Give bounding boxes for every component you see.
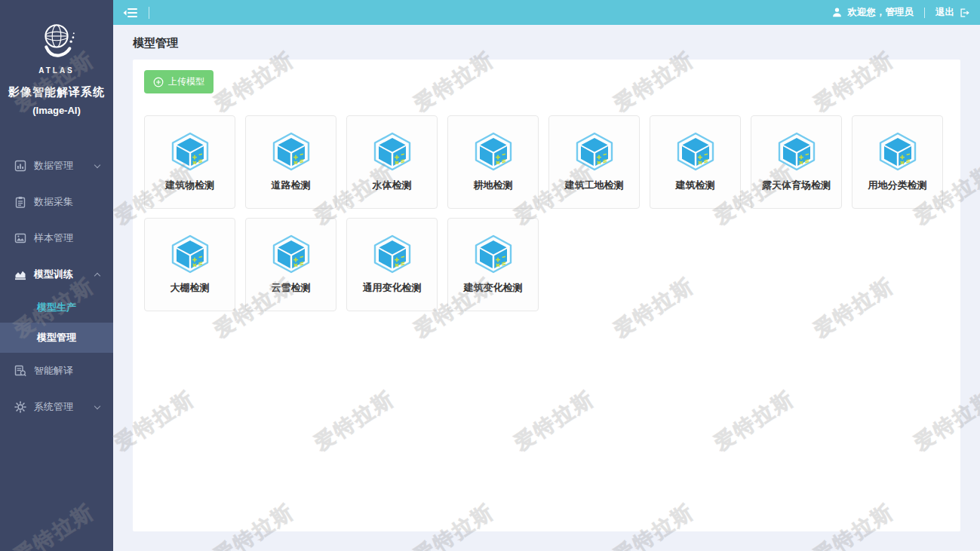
collapse-sidebar-button[interactable] [121,5,140,20]
model-card[interactable]: 建筑物检测 [144,115,235,209]
model-card[interactable]: 建筑检测 [650,115,741,209]
model-cube-icon [171,234,210,274]
chevron-down-icon [94,403,100,409]
model-card-label: 耕地检测 [474,179,513,192]
welcome-text: 欢迎您，管理员 [848,6,914,19]
bar-chart-icon [14,160,26,172]
logout-icon [959,8,969,18]
model-card[interactable]: 水体检测 [346,115,438,209]
plus-circle-icon [153,77,164,87]
model-management-panel: 上传模型 [133,60,960,531]
clipboard-icon [14,196,26,208]
page-title: 模型管理 [113,25,980,60]
model-cube-icon [474,234,513,274]
model-card[interactable]: 道路检测 [245,115,336,209]
model-card[interactable]: 耕地检测 [447,115,539,209]
model-cube-icon [777,132,816,171]
model-cube-icon [878,132,917,171]
app-subtitle: (Image-AI) [0,105,113,116]
submenu-item-label: 模型生产 [37,302,76,313]
app-logo-block: ATLAS 影像智能解译系统 (Image-AI) [0,0,113,116]
model-card[interactable]: 大棚检测 [144,218,235,311]
doc-search-icon [14,365,26,377]
main-content: 模型管理 上传模型 [113,25,980,551]
sidebar-item-label: 数据采集 [34,195,73,209]
model-card-label: 道路检测 [272,179,311,192]
logout-label: 退出 [935,6,954,19]
sidebar-item-label: 智能解译 [34,364,73,378]
user-area: 欢迎您，管理员 退出 [831,6,980,19]
sidebar-subitem-model-production[interactable]: 模型生产 [0,292,113,323]
upload-model-label: 上传模型 [168,75,204,88]
model-card-label: 建筑检测 [676,179,715,192]
model-card-label: 用地分类检测 [868,179,927,192]
collapse-sidebar-icon [122,7,138,19]
model-card-label: 云雪检测 [272,281,311,295]
model-card-label: 露天体育场检测 [762,179,831,192]
model-card[interactable]: 云雪检测 [245,218,336,311]
model-cube-icon [373,132,412,171]
sidebar-menu: 数据管理 数据采集 [0,148,113,425]
area-chart-icon [14,268,26,280]
chevron-down-icon [94,161,100,167]
model-card-label: 水体检测 [373,179,412,192]
model-cube-icon [272,132,311,171]
gear-icon [14,401,26,413]
atlas-globe-logo-icon [32,20,81,66]
app-title: 影像智能解译系统 [0,85,113,99]
sidebar: ATLAS 影像智能解译系统 (Image-AI) 数据管理 [0,0,113,551]
upload-model-button[interactable]: 上传模型 [144,70,214,93]
model-cube-icon [575,132,614,171]
model-cube-icon [171,132,210,171]
user-icon [831,7,843,18]
model-cube-icon [373,234,412,274]
sidebar-item-label: 样本管理 [34,231,73,245]
logout-button[interactable]: 退出 [935,6,969,19]
sidebar-item-label: 数据管理 [34,159,73,173]
picture-icon [14,232,26,244]
model-card-label: 建筑变化检测 [464,281,523,295]
sidebar-subitem-model-management[interactable]: 模型管理 [0,323,113,353]
sidebar-item-data-collection[interactable]: 数据采集 [0,184,113,220]
sidebar-item-sample-management[interactable]: 样本管理 [0,220,113,256]
model-card-label: 建筑工地检测 [565,179,624,192]
header-divider [149,7,149,19]
model-cube-icon [474,132,513,171]
sidebar-item-intelligent-interpretation[interactable]: 智能解译 [0,353,113,389]
sidebar-item-data-management[interactable]: 数据管理 [0,148,113,184]
model-card-grid: 建筑物检测 [144,115,949,311]
logo-wordmark: ATLAS [0,66,113,75]
model-card[interactable]: 建筑变化检测 [447,218,539,311]
model-card[interactable]: 用地分类检测 [852,115,943,209]
model-training-submenu: 模型生产 模型管理 [0,292,113,353]
model-cube-icon [272,234,311,274]
sidebar-item-label: 系统管理 [34,400,73,414]
model-card-label: 大棚检测 [171,281,210,295]
top-header-bar: 欢迎您，管理员 退出 [113,0,980,25]
sidebar-item-model-training[interactable]: 模型训练 [0,256,113,292]
submenu-item-label: 模型管理 [37,332,76,343]
app-window: ATLAS 影像智能解译系统 (Image-AI) 数据管理 [0,0,980,551]
model-card[interactable]: 通用变化检测 [346,218,438,311]
model-card-label: 建筑物检测 [165,179,214,192]
model-card-label: 通用变化检测 [363,281,422,295]
model-cube-icon [676,132,715,171]
chevron-up-icon [94,273,100,279]
model-card[interactable]: 建筑工地检测 [548,115,640,209]
sidebar-item-label: 模型训练 [34,268,73,281]
model-card[interactable]: 露天体育场检测 [751,115,842,209]
header-divider [924,8,925,18]
sidebar-item-system-management[interactable]: 系统管理 [0,389,113,425]
